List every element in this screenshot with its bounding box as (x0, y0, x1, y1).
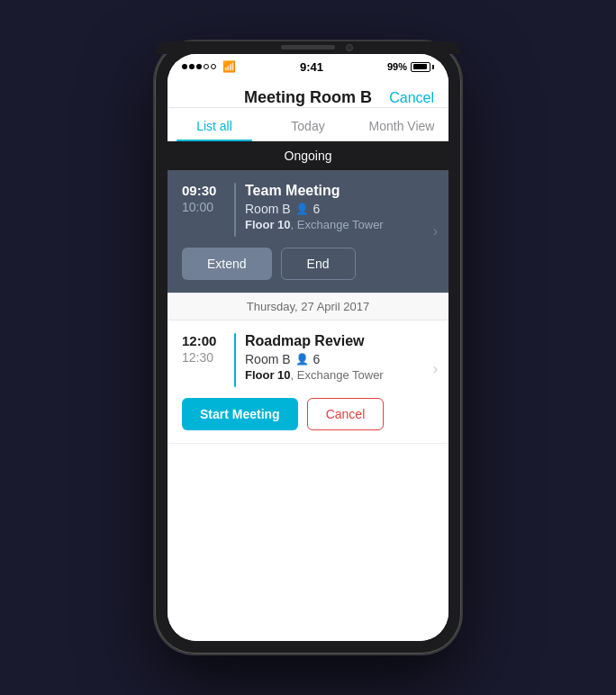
status-left: 📶 (182, 60, 236, 73)
upcoming-person-icon: 👤 (295, 353, 309, 366)
phone-frame: 📶 9:41 99% Meeting Room B Cancel (155, 41, 461, 654)
app-content: Meeting Room B Cancel List all Today Mon… (168, 79, 448, 641)
date-separator: Thursday, 27 April 2017 (168, 293, 448, 320)
ongoing-time-col: 09:30 10:00 (182, 183, 225, 214)
ongoing-meeting-card: 09:30 10:00 Team Meeting Room B 👤 6 Floo… (168, 170, 448, 293)
upcoming-meeting-floor: Floor 10, Exchange Tower (245, 368, 434, 382)
upcoming-divider (234, 333, 236, 387)
status-time: 9:41 (300, 60, 323, 74)
ongoing-chevron-icon: › (433, 223, 438, 239)
status-right: 99% (387, 61, 434, 72)
signal-dots (182, 64, 216, 69)
signal-dot-2 (189, 64, 195, 69)
battery-icon (411, 62, 434, 72)
ongoing-section-header: Ongoing (168, 141, 448, 170)
upcoming-meeting-info: Roadmap Review Room B 👤 6 Floor 10, Exch… (245, 333, 434, 382)
phone-screen: 📶 9:41 99% Meeting Room B Cancel (168, 54, 448, 641)
ongoing-meeting-room: Room B 👤 6 (245, 202, 434, 216)
ongoing-meeting-floor: Floor 10, Exchange Tower (245, 218, 434, 231)
upcoming-time-end: 12:30 (182, 350, 213, 365)
app-header: Meeting Room B Cancel (168, 79, 448, 108)
cancel-button[interactable]: Cancel (389, 90, 434, 106)
signal-dot-5 (211, 64, 216, 69)
signal-dot-3 (196, 64, 202, 69)
phone-top-bar (155, 41, 461, 54)
cancel-meeting-button[interactable]: Cancel (307, 398, 385, 430)
upcoming-meeting-row: 12:00 12:30 Roadmap Review Room B 👤 6 Fl… (182, 333, 434, 387)
upcoming-meeting-title: Roadmap Review (245, 333, 434, 349)
page-title: Meeting Room B (227, 88, 389, 107)
upcoming-time-start: 12:00 (182, 333, 216, 348)
upcoming-meeting-card: 12:00 12:30 Roadmap Review Room B 👤 6 Fl… (168, 320, 448, 444)
upcoming-chevron-icon: › (433, 361, 438, 377)
status-bar: 📶 9:41 99% (168, 54, 448, 79)
battery-body (411, 62, 430, 72)
tab-month-view[interactable]: Month View (355, 112, 448, 140)
tab-list-all[interactable]: List all (168, 112, 261, 140)
end-button[interactable]: End (281, 248, 356, 280)
extend-button[interactable]: Extend (182, 248, 272, 280)
start-meeting-button[interactable]: Start Meeting (182, 398, 298, 430)
upcoming-time-col: 12:00 12:30 (182, 333, 225, 365)
battery-tip (432, 65, 434, 69)
signal-dot-1 (182, 64, 187, 69)
upcoming-actions: Start Meeting Cancel (182, 398, 434, 430)
ongoing-meeting-row: 09:30 10:00 Team Meeting Room B 👤 6 Floo… (182, 183, 434, 237)
signal-dot-4 (204, 64, 209, 69)
battery-pct: 99% (387, 61, 407, 72)
phone-camera (346, 44, 353, 51)
phone-speaker (281, 45, 335, 50)
ongoing-time-end: 10:00 (182, 200, 213, 214)
tab-today[interactable]: Today (261, 112, 355, 140)
ongoing-time-start: 09:30 (182, 183, 216, 198)
ongoing-label: Ongoing (285, 149, 332, 163)
ongoing-person-icon: 👤 (295, 203, 309, 215)
upcoming-meeting-room: Room B 👤 6 (245, 352, 434, 366)
ongoing-actions: Extend End (182, 248, 434, 280)
tab-bar: List all Today Month View (168, 108, 448, 141)
ongoing-meeting-info: Team Meeting Room B 👤 6 Floor 10, Exchan… (245, 183, 434, 231)
wifi-icon: 📶 (222, 60, 236, 73)
battery-fill (413, 64, 427, 69)
ongoing-meeting-title: Team Meeting (245, 183, 434, 199)
ongoing-divider (234, 183, 236, 237)
